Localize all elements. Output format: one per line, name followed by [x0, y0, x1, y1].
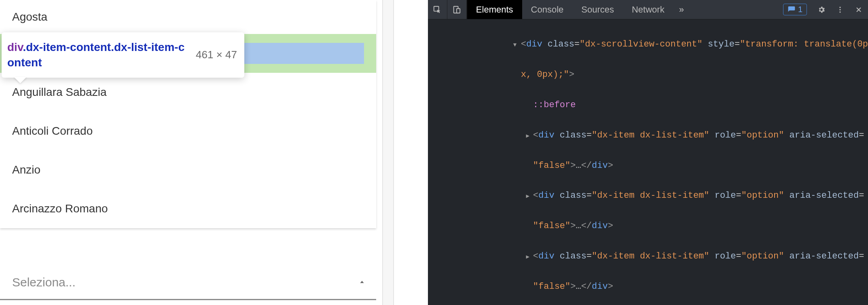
panel-gap	[382, 0, 430, 305]
tab-network[interactable]: Network	[623, 0, 673, 19]
select-field[interactable]: Seleziona...	[0, 265, 376, 300]
devtools-panel: Elements Console Sources Network » 1	[428, 0, 868, 305]
devtools-toolbar: Elements Console Sources Network » 1	[428, 0, 868, 19]
inspect-icon[interactable]	[428, 0, 447, 19]
list-item[interactable]: Arcinazzo Romano	[0, 189, 376, 228]
tab-elements[interactable]: Elements	[467, 0, 522, 19]
close-icon[interactable]	[849, 6, 868, 14]
more-tabs-icon[interactable]: »	[673, 0, 690, 19]
chevron-up-icon	[358, 275, 366, 289]
tooltip-dimensions: 461 × 47	[190, 49, 237, 61]
svg-rect-2	[457, 8, 460, 13]
toolbar-right: 1	[783, 0, 868, 19]
tooltip-classes: .dx-item-content.dx-list-item-content	[7, 41, 184, 69]
inspector-tooltip: div.dx-item-content.dx-list-item-content…	[2, 32, 244, 78]
tab-console[interactable]: Console	[522, 0, 573, 19]
settings-icon[interactable]	[812, 6, 831, 14]
dom-tree[interactable]: <div class="dx-scrollview-content" style…	[428, 19, 868, 305]
svg-point-4	[839, 9, 840, 10]
list-item[interactable]: Agosta	[0, 0, 376, 34]
kebab-menu-icon[interactable]	[831, 6, 849, 14]
select-placeholder: Seleziona...	[12, 275, 76, 289]
tab-sources[interactable]: Sources	[572, 0, 623, 19]
issues-count: 1	[798, 5, 802, 14]
svg-point-3	[839, 6, 840, 8]
app-panel: Agosta Allumiere Anguillara Sabazia Anti…	[0, 0, 428, 305]
device-toggle-icon[interactable]	[447, 0, 467, 19]
list-item[interactable]: Anticoli Corrado	[0, 112, 376, 150]
devtools-tabs: Elements Console Sources Network	[467, 0, 673, 19]
list-item[interactable]: Anguillara Sabazia	[0, 73, 376, 112]
list-item[interactable]: Anzio	[0, 150, 376, 189]
svg-point-5	[839, 11, 840, 13]
issues-badge[interactable]: 1	[783, 4, 807, 15]
tooltip-tag: div	[7, 41, 23, 53]
